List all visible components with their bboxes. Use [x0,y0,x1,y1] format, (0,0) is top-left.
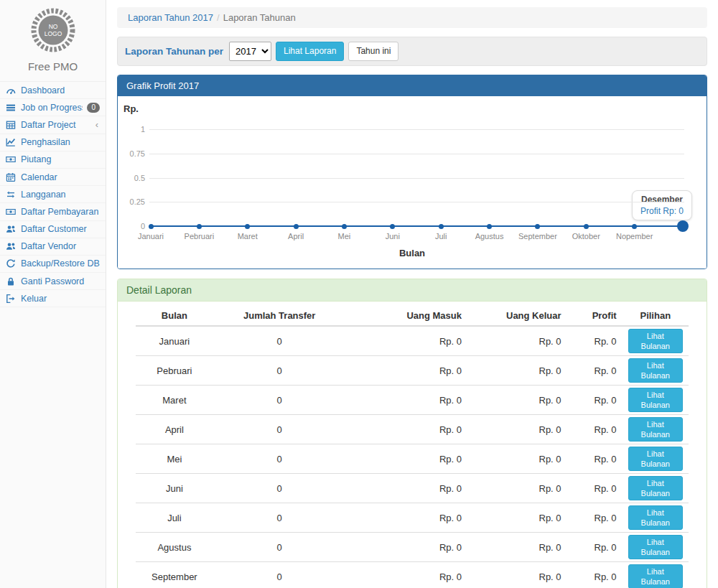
cell-profit: Rp. 0 [567,326,623,356]
profit-chart-panel: Grafik Profit 2017 Rp. Bulan Desember Pr… [117,75,707,269]
sidebar-item-calendar[interactable]: Calendar [0,169,106,186]
table-row-juli: Juli0Rp. 0Rp. 0Rp. 0Lihat Bulanan [136,503,689,533]
sidebar-item-ganti-password[interactable]: Ganti Password [0,273,106,290]
progress-count-badge: 0 [87,103,100,113]
x-tick-label: Mei [338,232,351,241]
cell-uang-masuk: Rp. 0 [346,444,467,474]
data-point-april[interactable] [294,224,299,229]
cell-bulan: Maret [136,386,213,415]
exchange-icon [6,190,17,200]
report-table: Bulan Jumlah Transfer Uang Masuk Uang Ke… [136,306,689,588]
tooltip-month: Desember [640,195,684,205]
data-point-mei[interactable] [342,224,347,229]
data-point-oktober[interactable] [584,224,589,229]
data-point-juni[interactable] [390,224,395,229]
data-point-pebruari[interactable] [197,224,202,229]
cell-bulan: Pebruari [136,356,213,386]
lihat-bulanan-button-pebruari[interactable]: Lihat Bulanan [628,358,683,383]
data-point-september[interactable] [535,224,540,229]
lihat-bulanan-button-januari[interactable]: Lihat Bulanan [628,329,683,353]
x-tick-label: Nopember [616,232,653,241]
cell-uang-keluar: Rp. 0 [467,415,567,444]
sidebar-item-backup-restore-db[interactable]: Backup/Restore DB [0,256,106,273]
lihat-bulanan-button-agustus[interactable]: Lihat Bulanan [628,535,683,559]
sidebar-item-daftar-pembayaran[interactable]: Daftar Pembayaran [0,203,106,220]
sidebar-item-label: Langganan [21,190,100,200]
data-point-juli[interactable] [439,224,444,229]
year-select[interactable]: 2017 [229,42,271,61]
sidebar-item-keluar[interactable]: Keluar [0,290,106,307]
tahun-ini-button[interactable]: Tahun ini [348,42,398,61]
lihat-laporan-button[interactable]: Lihat Laporan [276,42,344,61]
cell-pilihan: Lihat Bulanan [623,503,689,533]
x-tick-label: Maret [238,232,258,241]
col-header-pilihan: Pilihan [623,306,689,326]
sidebar-item-label: Penghasilan [21,137,100,147]
lihat-bulanan-button-mei[interactable]: Lihat Bulanan [628,447,683,471]
sidebar-item-dashboard[interactable]: Dashboard [0,82,106,99]
sidebar-item-label: Daftar Vendor [21,241,100,251]
cell-uang-masuk: Rp. 0 [346,503,467,533]
sidebar-item-daftar-project[interactable]: Daftar Project‹ [0,116,106,134]
table-row-agustus: Agustus0Rp. 0Rp. 0Rp. 0Lihat Bulanan [136,533,689,562]
y-tick-label: 0.5 [121,174,145,182]
y-tick-label: 0.25 [121,197,145,206]
table-row-juni: Juni0Rp. 0Rp. 0Rp. 0Lihat Bulanan [136,474,689,503]
cell-uang-masuk: Rp. 0 [346,386,467,415]
sidebar-item-langganan[interactable]: Langganan [0,186,106,203]
data-point-maret[interactable] [245,224,250,229]
sidebar-item-label: Piutang [21,154,100,164]
lock-icon [6,276,17,286]
sidebar-item-daftar-customer[interactable]: Daftar Customer [0,221,106,238]
refresh-icon [6,258,17,269]
y-axis-title: Rp. [123,103,139,114]
cell-uang-masuk: Rp. 0 [346,326,467,356]
cell-jumlah-transfer: 0 [213,386,346,415]
sidebar-item-label: Ganti Password [21,276,100,286]
cell-uang-keluar: Rp. 0 [467,562,567,588]
cell-pilihan: Lihat Bulanan [623,356,689,386]
cell-pilihan: Lihat Bulanan [623,474,689,503]
lihat-bulanan-button-juni[interactable]: Lihat Bulanan [628,476,683,500]
sidebar-item-daftar-vendor[interactable]: Daftar Vendor [0,238,106,256]
lihat-bulanan-button-juli[interactable]: Lihat Bulanan [628,505,683,530]
data-point-desember[interactable] [677,220,689,232]
cell-profit: Rp. 0 [567,562,623,588]
sidebar-item-label: Backup/Restore DB [21,258,100,269]
sidebar-item-label: Daftar Project [21,120,91,130]
cell-pilihan: Lihat Bulanan [623,444,689,474]
x-tick-label: Juli [435,232,447,241]
main-content: Laporan Tahun 2017/Laporan Tahunan Lapor… [106,0,718,588]
lihat-bulanan-button-april[interactable]: Lihat Bulanan [628,417,683,442]
breadcrumb: Laporan Tahun 2017/Laporan Tahunan [117,7,707,28]
lihat-bulanan-button-maret[interactable]: Lihat Bulanan [628,388,683,412]
brand-name: Free PMO [0,60,106,73]
table-row-april: April0Rp. 0Rp. 0Rp. 0Lihat Bulanan [136,415,689,444]
sidebar-item-penghasilan[interactable]: Penghasilan [0,134,106,151]
cell-pilihan: Lihat Bulanan [623,326,689,356]
data-point-januari[interactable] [149,224,154,229]
breadcrumb-link-laporan-tahun[interactable]: Laporan Tahun 2017 [128,12,213,23]
sidebar-item-label: Calendar [21,172,100,182]
data-point-agustus[interactable] [487,224,492,229]
cell-profit: Rp. 0 [567,415,623,444]
table-row-september: September0Rp. 0Rp. 0Rp. 0Lihat Bulanan [136,562,689,588]
data-point-nopember[interactable] [632,224,637,229]
cell-jumlah-transfer: 0 [213,415,346,444]
sidebar-item-job-on-progress[interactable]: Job on Progress0 [0,99,106,116]
sidebar-menu: DashboardJob on Progress0Daftar Project‹… [0,81,106,307]
y-tick-label: 1 [121,125,145,134]
tasks-icon [6,103,17,113]
lihat-bulanan-button-september[interactable]: Lihat Bulanan [628,564,683,588]
x-axis-title: Bulan [118,248,707,258]
cell-profit: Rp. 0 [567,444,623,474]
detail-panel-body: Bulan Jumlah Transfer Uang Masuk Uang Ke… [118,302,707,588]
logo-block: NO LOGO Free PMO [0,0,106,81]
cell-bulan: September [136,562,213,588]
cell-pilihan: Lihat Bulanan [623,415,689,444]
cell-profit: Rp. 0 [567,503,623,533]
sidebar-item-piutang[interactable]: Piutang [0,151,106,169]
no-logo-badge: NO LOGO [30,7,76,53]
cell-uang-keluar: Rp. 0 [467,386,567,415]
cell-uang-keluar: Rp. 0 [467,356,567,386]
